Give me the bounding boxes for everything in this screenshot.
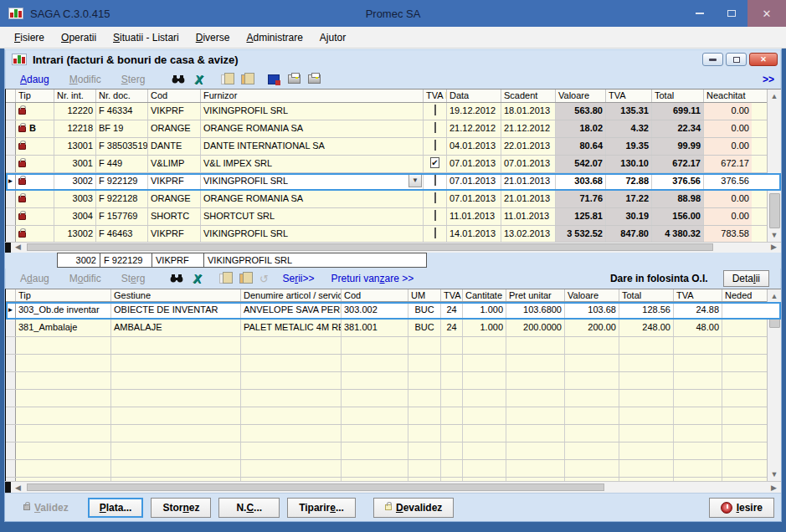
header-cod[interactable]: Cod [148, 90, 201, 102]
tva-checkbox[interactable] [434, 228, 436, 238]
cell-data[interactable]: 19.12.2012 [447, 103, 501, 120]
cell-gestiune[interactable]: OBIECTE DE INVENTAR [111, 302, 241, 319]
scroll-right-icon[interactable]: ▶ [767, 242, 781, 253]
cell-neachitat[interactable]: 0.00 [704, 208, 752, 225]
header-gestiune[interactable]: Gestiune [111, 289, 241, 301]
cell-total[interactable]: 99.99 [652, 138, 704, 155]
cell-tip[interactable] [16, 208, 54, 225]
child-minimize-button[interactable] [702, 53, 723, 66]
scroll-thumb[interactable] [27, 243, 713, 251]
tva-checkbox[interactable] [434, 210, 436, 221]
cell-um[interactable]: BUC [408, 302, 441, 319]
minimize-button[interactable] [684, 0, 716, 27]
header-nr-doc[interactable]: Nr. doc. [96, 90, 148, 102]
cell-scadent[interactable]: 11.01.2013 [501, 208, 556, 225]
table-row[interactable]: 13002F 46463VIKPRFVIKINGPROFIL SRL14.01.… [6, 226, 781, 242]
report-icon[interactable] [265, 72, 282, 86]
serii-link[interactable]: Serii>> [275, 273, 321, 284]
scroll-left-icon[interactable]: ◀ [11, 242, 25, 253]
devalidez-button[interactable]: Devalidez [373, 498, 454, 518]
record-nr-int-field[interactable]: 3002 [57, 253, 100, 268]
cell-neachitat[interactable]: 783.58 [704, 226, 752, 242]
cell-data[interactable]: 14.01.2013 [447, 226, 501, 242]
header-total[interactable]: Total [619, 289, 674, 301]
cell-tva[interactable]: 130.10 [606, 156, 652, 172]
cell-cod[interactable]: V&LIMP [148, 156, 201, 172]
search-icon[interactable] [170, 72, 187, 86]
header-valoare[interactable]: Valoare [556, 90, 606, 102]
cell-tip[interactable]: B [16, 120, 54, 137]
cell-cod[interactable]: VIKPRF [148, 103, 201, 120]
cell-total[interactable]: 156.00 [652, 208, 704, 225]
detail-adaug-button[interactable]: Adaug [12, 273, 58, 284]
header-tva2[interactable]: TVA [674, 289, 722, 301]
cell-furnizor[interactable]: ORANGE ROMANIA SA [201, 191, 424, 207]
header-total[interactable]: Total [652, 90, 704, 102]
cell-tva2[interactable]: 24.88 [674, 302, 722, 319]
menu-ajutor[interactable]: Ajutor [312, 28, 353, 47]
cell-valoare[interactable]: 103.68 [565, 302, 619, 319]
cell-scadent[interactable]: 13.02.2013 [501, 226, 556, 242]
header-nedeductibil[interactable]: Neded [722, 289, 752, 301]
child-close-button[interactable]: ✕ [749, 53, 778, 66]
table-row[interactable]: 3001F 449V&LIMPV&L IMPEX SRL✔07.01.20130… [6, 156, 781, 173]
furnizor-dropdown-icon[interactable]: ▼ [408, 174, 422, 187]
cell-scadent[interactable]: 22.01.2013 [501, 138, 556, 155]
cell-tva_i[interactable] [424, 191, 447, 207]
row-selector[interactable]: ► [6, 173, 16, 190]
adaug-button[interactable]: Adaug [12, 74, 58, 85]
cell-tva[interactable]: 19.35 [606, 138, 652, 155]
record-furnizor-field[interactable]: VIKINGPROFIL SRL [204, 253, 427, 268]
cell-data[interactable]: 04.01.2013 [447, 138, 501, 155]
cell-valoare[interactable]: 18.02 [556, 120, 606, 137]
nc-button[interactable]: N.C... [218, 498, 280, 518]
table-row[interactable]: 12220F 46334VIKPRFVIKINGPROFIL SRL19.12.… [6, 103, 781, 120]
header-tva-i[interactable]: TVA I [424, 90, 447, 102]
header-scadent[interactable]: Scadent [501, 90, 556, 102]
cell-scadent[interactable]: 21.12.2012 [501, 120, 556, 137]
row-selector[interactable] [6, 191, 16, 207]
detail-search-icon[interactable] [168, 272, 185, 286]
cell-neachitat[interactable]: 0.00 [704, 191, 752, 207]
cell-tva_i[interactable] [424, 173, 447, 190]
cell-nr_int[interactable]: 3004 [54, 208, 96, 225]
cell-denumire[interactable]: PALET METALIC 4M RETU [241, 320, 342, 336]
iesire-button[interactable]: Iesire [709, 498, 774, 518]
header-tip[interactable]: Tip [16, 90, 54, 102]
row-selector[interactable] [6, 320, 16, 336]
cell-tva_i[interactable] [424, 120, 447, 137]
cell-tva[interactable]: 30.19 [606, 208, 652, 225]
cell-total[interactable]: 699.11 [652, 103, 704, 120]
cell-tip[interactable] [16, 191, 54, 207]
print-icon[interactable] [285, 72, 302, 86]
row-selector[interactable] [6, 208, 16, 225]
cell-total[interactable]: 672.17 [652, 156, 704, 172]
cell-tva_i[interactable] [424, 226, 447, 242]
tva-checkbox[interactable] [434, 192, 436, 203]
cell-scadent[interactable]: 21.01.2013 [501, 191, 556, 207]
cell-cod[interactable]: 303.002 [342, 302, 408, 319]
cell-cod[interactable]: VIKPRF [148, 226, 201, 242]
scroll-right-icon[interactable]: ▶ [767, 482, 781, 494]
cell-valoare[interactable]: 200.00 [565, 320, 619, 336]
cell-furnizor[interactable]: ORANGE ROMANIA SA [201, 120, 424, 137]
scroll-thumb[interactable] [769, 193, 780, 228]
cell-nr_int[interactable]: 12218 [54, 120, 96, 137]
menu-operatii[interactable]: Operatii [54, 28, 104, 47]
cell-tip[interactable]: 381_Ambalaje [16, 320, 111, 336]
row-selector[interactable] [6, 103, 16, 120]
detail-export-excel-icon[interactable]: X [188, 272, 205, 286]
export-excel-icon[interactable]: X [190, 72, 207, 86]
tva-checkbox[interactable] [434, 105, 436, 115]
cell-um[interactable]: BUC [408, 320, 441, 336]
cell-furnizor[interactable]: SHORTCUT SRL [201, 208, 424, 225]
cell-nr_int[interactable]: 3001 [54, 156, 96, 172]
cell-nr_doc[interactable]: F 922129 [96, 173, 148, 190]
close-button[interactable]: ✕ [747, 0, 786, 27]
cell-nr_doc[interactable]: F 46334 [96, 103, 148, 120]
cell-neachitat[interactable]: 376.56 [704, 173, 752, 190]
cell-tip[interactable] [16, 226, 54, 242]
cell-cod[interactable]: ORANGE [148, 120, 201, 137]
cell-tva[interactable]: 4.32 [606, 120, 652, 137]
header-nr-int[interactable]: Nr. int. [54, 90, 96, 102]
